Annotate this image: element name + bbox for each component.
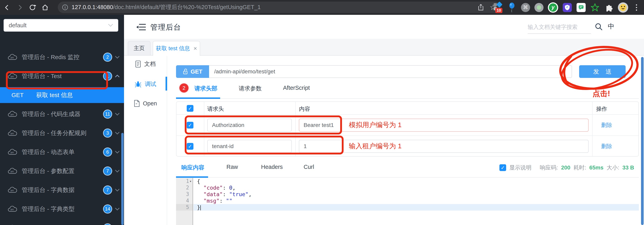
tab-request-headers[interactable]: 请求头部 — [194, 84, 217, 92]
count-badge: 6 — [103, 148, 112, 156]
sidebar-group-codegen[interactable]: API 管理后台 - 代码生成器 11 — [0, 104, 124, 124]
shield-icon[interactable] — [562, 2, 572, 13]
size-label: 大小: — [606, 164, 619, 172]
svg-text:API: API — [10, 114, 14, 116]
green-y-icon[interactable]: y — [548, 2, 558, 13]
command-icon[interactable]: ⌘ — [521, 3, 530, 12]
code-line: "msg": "" — [194, 198, 638, 204]
search-icon[interactable] — [594, 22, 603, 31]
count-badge: 10 — [103, 224, 112, 225]
tab-afterscript[interactable]: AfterScript — [283, 84, 310, 91]
sidebar-api-get-test[interactable]: GET 获取 test 信息 — [0, 87, 124, 103]
request-tabs-divider — [176, 98, 639, 99]
sidebar-group-redis[interactable]: API 管理后台 - Redis 监控 2 — [0, 48, 124, 67]
reload-icon[interactable] — [27, 2, 38, 13]
main-scrollbar[interactable] — [641, 57, 644, 225]
api-method: GET — [12, 92, 36, 98]
chevron-down-icon — [115, 151, 120, 154]
browser-toolbar: 127.0.0.1:48080/doc.html#/default/管理后台%2… — [0, 0, 644, 15]
delete-link[interactable]: 删除 — [601, 119, 612, 132]
api-cloud-icon: API — [7, 224, 18, 225]
annotation-click-text: 点击! — [592, 88, 610, 99]
svg-text:API: API — [10, 133, 14, 135]
sidebar-group-task-rule[interactable]: API 管理后台 - 任务分配规则 3 — [0, 124, 124, 142]
app-header: 管理后台 中 — [124, 15, 644, 39]
method-button[interactable]: GET — [176, 65, 209, 78]
tab-home[interactable]: 主页 — [128, 41, 150, 56]
tab-response-body[interactable]: 响应内容 — [181, 164, 204, 172]
chevron-down-icon — [115, 208, 120, 210]
nav-item-debug[interactable]: 调试 — [124, 77, 167, 91]
address-bar[interactable]: 127.0.0.1:48080/doc.html#/default/管理后台%2… — [58, 2, 500, 13]
code-line: "data": "true", — [194, 191, 638, 198]
select-all-checkbox[interactable]: ✓ — [187, 105, 194, 112]
green-star-icon[interactable] — [590, 2, 600, 13]
response-tabs-divider — [176, 177, 639, 178]
sidebar-group-scheduled-job[interactable]: API 管理后台 - 定时任务 10 — [0, 218, 124, 225]
api-cloud-icon: API — [7, 110, 18, 118]
count-badge: 7 — [103, 186, 112, 194]
document-icon — [135, 60, 141, 68]
menu-fold-icon[interactable] — [136, 23, 146, 31]
status-code-value: 200 — [561, 164, 570, 171]
chevron-down-icon — [108, 24, 113, 27]
svg-text:API: API — [10, 171, 14, 173]
fold-caret-icon[interactable]: ▾ — [190, 178, 192, 184]
dot-extension-icon[interactable] — [534, 3, 544, 12]
tab-raw[interactable]: Raw — [226, 164, 238, 170]
nav-item-open[interactable]: Open — [124, 96, 167, 110]
share-icon[interactable] — [478, 4, 484, 11]
response-meta: ✓ 显示说明 响应码: 200 耗时: 65ms 大小: 33 B — [500, 163, 634, 172]
response-editor[interactable]: 1 ▾ 2 3 4 5 { "code": 0, "data": "true",… — [176, 178, 639, 225]
delete-link[interactable]: 删除 — [601, 140, 612, 153]
tab-get-test-info[interactable]: 获取 test 信息 × — [153, 41, 200, 56]
language-toggle[interactable]: 中 — [608, 22, 614, 31]
annotation-row2-text: 输入租户编号为 1 — [349, 140, 402, 152]
home-icon[interactable] — [40, 2, 51, 13]
request-url-input[interactable] — [209, 65, 572, 78]
page-title: 管理后台 — [150, 22, 181, 32]
balloon-icon[interactable] — [507, 2, 516, 13]
search-input[interactable] — [528, 21, 591, 34]
chat-extension-icon[interactable] — [576, 2, 586, 13]
doc-side-nav: 文档 调试 Open — [124, 56, 167, 225]
show-description-label: 显示说明 — [509, 164, 532, 172]
tab-curl[interactable]: Curl — [304, 164, 314, 170]
header-value-input[interactable] — [299, 119, 588, 132]
close-icon[interactable]: × — [194, 45, 197, 52]
annotation-row1-text: 模拟用户编号为 1 — [349, 118, 402, 131]
extension-badge-icon[interactable]: 10 — [493, 2, 503, 13]
table-header-row: ✓ 请求头 内容 操作 — [176, 102, 638, 115]
show-description-checkbox[interactable]: ✓ — [500, 164, 506, 171]
puzzle-icon[interactable] — [604, 2, 614, 13]
emoji-avatar-icon[interactable] — [618, 2, 628, 13]
project-select[interactable]: default — [4, 19, 118, 32]
annotation-box-row2 — [185, 136, 344, 154]
tab-request-params[interactable]: 请求参数 — [239, 84, 262, 92]
chevron-up-icon — [115, 75, 120, 78]
count-badge: 3 — [103, 128, 112, 138]
browser-menu-icon[interactable] — [632, 3, 640, 12]
forward-icon[interactable] — [14, 2, 25, 13]
count-badge: 14 — [103, 204, 112, 214]
sidebar-group-dynamic-form[interactable]: API 管理后台 - 动态表单 6 — [0, 142, 124, 162]
sidebar: default API 管理后台 - Redis 监控 2 API 管理后台 -… — [0, 15, 124, 225]
active-tab-underline — [176, 98, 220, 99]
back-icon[interactable] — [2, 2, 13, 13]
nav-item-doc[interactable]: 文档 — [124, 57, 167, 71]
chevron-down-icon — [115, 170, 120, 172]
extensions-row: 10 ⌘ y — [493, 0, 628, 15]
sidebar-scrollbar[interactable] — [121, 133, 124, 225]
sidebar-group-dict-data[interactable]: API 管理后台 - 字典数据 7 — [0, 180, 124, 200]
info-icon[interactable] — [62, 4, 68, 11]
status-code-label: 响应码: — [540, 164, 558, 172]
api-cloud-icon: API — [7, 148, 18, 156]
bug-icon — [134, 81, 142, 88]
tab-response-headers[interactable]: Headers — [261, 164, 283, 170]
sidebar-group-param-config[interactable]: API 管理后台 - 参数配置 7 — [0, 162, 124, 180]
url-text[interactable]: 127.0.0.1:48080/doc.html#/default/管理后台%2… — [72, 3, 475, 11]
chevron-down-icon — [115, 113, 120, 116]
annotation-box-sidebar-api — [6, 71, 108, 89]
open-file-icon — [134, 100, 140, 107]
sidebar-group-dict-type[interactable]: API 管理后台 - 字典类型 14 — [0, 200, 124, 218]
